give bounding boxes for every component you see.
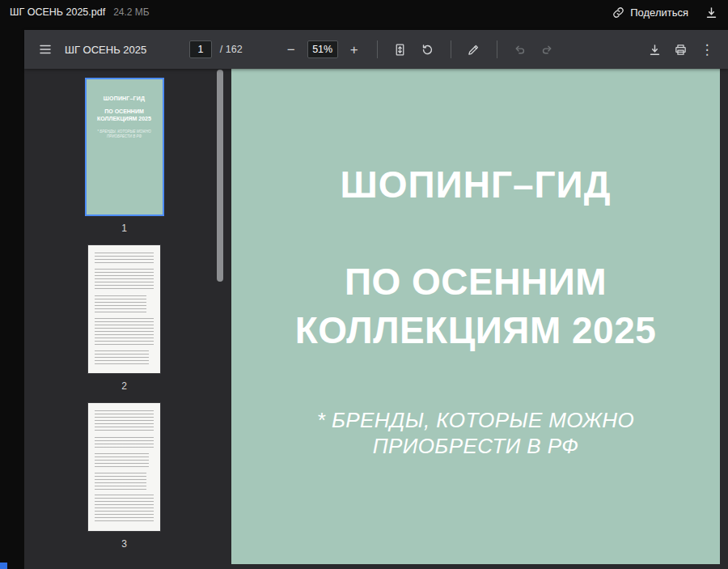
- thumbnail-page-1-selected[interactable]: ШОПИНГ–ГИД ПО ОСЕННИМ КОЛЛЕКЦИЯМ 2025 * …: [85, 78, 164, 216]
- annotate-button[interactable]: [463, 38, 485, 61]
- zoom-level-display[interactable]: 51%: [307, 40, 338, 58]
- document-page-1: ШОПИНГ–ГИД ПО ОСЕННИМ КОЛЛЕКЦИЯМ 2025 * …: [231, 69, 720, 564]
- zoom-out-button[interactable]: −: [280, 38, 303, 61]
- document-view: ШОПИНГ–ГИД ПО ОСЕННИМ КОЛЛЕКЦИЯМ 2025 * …: [224, 69, 728, 569]
- thumbnail-page-number: 1: [121, 223, 127, 234]
- mock-text-lines: [95, 253, 154, 265]
- share-icon: [612, 6, 624, 19]
- fit-to-page-button[interactable]: [389, 38, 412, 61]
- page-number-input[interactable]: [189, 40, 212, 58]
- toolbar-separator: [377, 40, 378, 58]
- mock-text-lines: [95, 318, 154, 347]
- undo-button[interactable]: [509, 38, 531, 61]
- file-size: 24.2 МБ: [113, 6, 150, 18]
- thumb-cover-subtitle: ПО ОСЕННИМ КОЛЛЕКЦИЯМ 2025: [87, 108, 163, 123]
- pdf-viewer: ШГ ОСЕНЬ 2025 / 162 − 51% +: [24, 30, 728, 569]
- rotate-button[interactable]: [417, 38, 439, 61]
- plus-icon: +: [350, 43, 358, 57]
- thumbnail-page-number: 3: [121, 538, 127, 550]
- sidebar-toggle-button[interactable]: [34, 38, 57, 61]
- cover-subtitle: ПО ОСЕННИМ КОЛЛЕКЦИЯМ 2025: [249, 258, 702, 355]
- cover-title: ШОПИНГ–ГИД: [231, 163, 720, 206]
- mock-text-lines: [95, 350, 149, 366]
- cover-footnote: * БРЕНДЫ, КОТОРЫЕ МОЖНО ПРИОБРЕСТИ В РФ: [290, 406, 662, 459]
- toolbar-separator: [451, 40, 451, 58]
- corner-artifact: [0, 563, 7, 569]
- minus-icon: −: [287, 43, 295, 57]
- toolbar-separator: [497, 40, 497, 58]
- redo-button[interactable]: [536, 38, 559, 61]
- mock-text-lines: [95, 269, 154, 291]
- share-label: Поделиться: [630, 6, 688, 19]
- thumbnail-page-3[interactable]: [87, 402, 161, 532]
- top-header-bar: ШГ ОСЕНЬ 2025.pdf 24.2 МБ Поделиться: [0, 0, 728, 24]
- mock-text-lines: [95, 473, 146, 491]
- print-button[interactable]: [670, 38, 692, 61]
- download-button[interactable]: [644, 38, 667, 61]
- thumbnail-panel: ШОПИНГ–ГИД ПО ОСЕННИМ КОЛЛЕКЦИЯМ 2025 * …: [24, 69, 224, 569]
- file-name: ШГ ОСЕНЬ 2025.pdf: [10, 6, 105, 18]
- more-options-button[interactable]: ⋮: [696, 38, 718, 61]
- mock-text-lines: [95, 453, 149, 469]
- thumb-cover-footnote: * БРЕНДЫ, КОТОРЫЕ МОЖНО ПРИОБРЕСТИ В РФ: [87, 130, 163, 139]
- page-count-label: / 162: [220, 44, 243, 55]
- pdf-preview-window: ШГ ОСЕНЬ 2025.pdf 24.2 МБ Поделиться ШГ …: [0, 0, 728, 569]
- thumbnail-item-3[interactable]: 3: [24, 402, 224, 550]
- document-title: ШГ ОСЕНЬ 2025: [65, 44, 146, 56]
- thumbnail-page-2[interactable]: [87, 244, 161, 374]
- thumbnail-item-2[interactable]: 2: [24, 244, 224, 392]
- mock-text-lines: [95, 295, 146, 314]
- thumb-cover-title: ШОПИНГ–ГИД: [87, 96, 163, 101]
- mock-text-lines: [95, 410, 154, 433]
- mock-text-lines: [95, 495, 154, 524]
- share-button[interactable]: Поделиться: [612, 6, 688, 19]
- zoom-in-button[interactable]: +: [343, 38, 366, 61]
- thumbnail-item-1[interactable]: ШОПИНГ–ГИД ПО ОСЕННИМ КОЛЛЕКЦИЯМ 2025 * …: [24, 78, 224, 234]
- mock-text-lines: [95, 437, 154, 449]
- header-download-button[interactable]: [705, 6, 718, 19]
- thumbnail-page-number: 2: [121, 380, 127, 392]
- thumbnail-scrollbar[interactable]: [217, 70, 223, 282]
- kebab-icon: ⋮: [700, 43, 713, 57]
- pdf-toolbar: ШГ ОСЕНЬ 2025 / 162 − 51% +: [24, 30, 728, 69]
